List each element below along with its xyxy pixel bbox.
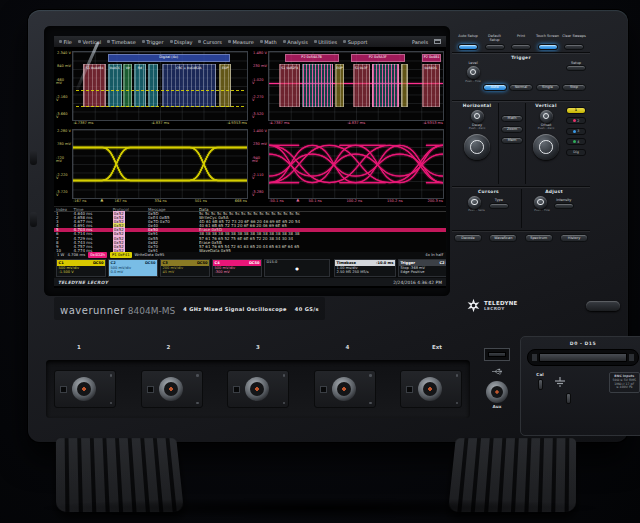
decode-segment: Rd [134,64,146,108]
menu-item-timebase[interactable]: Timebase [107,39,136,45]
channel-4-input[interactable] [314,370,376,408]
digital-input-panel: D0 - D15 Cal BNC [520,336,640,436]
wavescan-button[interactable]: WaveScan [489,234,517,242]
adjust-group: Adjust Push - Fine Intensity [521,189,586,228]
descriptor-c1[interactable]: C1DC50 500 mV/div-1.500 V [56,259,106,277]
cursors-group: Cursors Push - Sens Type [456,189,521,228]
channel-4-button[interactable]: 4 [566,138,586,145]
menu-item-vertical[interactable]: Vertical [78,39,101,45]
bus-decode-band: P2 0x5A3F [351,54,405,61]
descriptor-timebase[interactable]: Timebase-10.0 ms 1.00 ms/div2.50 MS 250 … [334,259,396,277]
intensity-button[interactable]: Intensity [554,198,574,209]
trigger-setup-button[interactable]: Setup [566,61,586,72]
math-button[interactable]: Math [501,115,523,122]
x-axis-labels: ▲ -50.1 ns50.1 ns100.2 ns150.2 ns200.3 n… [268,199,444,206]
vertical-offset-knob[interactable] [540,110,553,123]
decode-segment: 0x4C6 [108,64,122,108]
trigger-stop-button[interactable]: Stop [562,84,586,91]
menu-item-measure[interactable]: Measure [228,39,254,45]
adjust-knob[interactable] [534,196,547,209]
trigger-marker: ▲ [100,198,103,202]
descriptor-c4[interactable]: C4DC50 500 mV/div-300 mV [212,259,262,277]
decode-segment: 0xB4D1 [422,64,439,108]
menu-item-trigger[interactable]: Trigger [142,39,164,45]
grid-top-left[interactable]: 2.340 V840 mV-660 mV-2.160 V-3.660 V Dig… [56,51,248,128]
channel-2-input[interactable] [141,370,203,408]
vertical-group: Vertical Offset Push - Zero [526,103,566,184]
decode-segment [372,64,400,108]
menu-item-math[interactable]: Math [260,39,277,45]
ext-trigger-input[interactable] [400,370,462,408]
menu-item-file[interactable]: File [59,39,72,45]
decode-table[interactable]: IndexTimeProtocolMessageData 14.640 ms0x… [54,206,446,252]
history-button[interactable]: History [560,234,588,242]
menu-item-cursors[interactable]: Cursors [198,39,222,45]
teledyne-star-icon [466,298,481,313]
cal-output[interactable]: Cal [526,372,554,390]
bnc-input-strip [46,360,470,418]
digital-button[interactable]: Dig [566,149,586,156]
channel-3-input[interactable] [227,370,289,408]
auto-setup-button[interactable]: Auto Setup [456,34,480,50]
menu-icon [59,40,62,43]
volts-div-knob[interactable] [533,134,559,160]
grid-bottom-left[interactable]: 2.280 V780 mV-720 mV-2.220 V-3.720 V [56,129,248,206]
channel-1-button[interactable]: 1 [566,107,586,114]
front-control-panel: Auto Setup Default Setup Print Touch Scr… [452,32,590,292]
trigger-single-button[interactable]: Single [536,84,560,91]
channel-2-button[interactable]: 2 [566,117,586,124]
spectrum-button[interactable]: Spectrum [525,234,553,242]
ground-terminal[interactable] [554,372,582,404]
menu-panels-label[interactable]: Panels [412,39,428,45]
channel-1-input[interactable] [54,370,116,408]
menu-icon [260,40,263,43]
menu-item-support[interactable]: Support [343,39,367,45]
usb-icon [491,368,503,375]
zoom-button[interactable]: Zoom [501,126,523,133]
descriptor-digital[interactable]: D15:0 ● [264,259,330,277]
descriptor-trigger[interactable]: TriggerC2 DC Stop -368 mVEdge Positive [398,259,446,277]
bnc-connector[interactable] [245,377,269,401]
print-button[interactable]: Print [509,34,533,50]
grid-bottom-right[interactable]: 1.400 V230 mV-940 mV-2.110 V-3.280 V [252,129,444,206]
bus-decode-band: P2 0x54A7B [285,54,339,61]
mem-button[interactable]: Mem [501,137,523,144]
menu-item-analysis[interactable]: Analysis [283,39,308,45]
bnc-connector[interactable] [418,377,442,401]
side-button-lower[interactable] [30,212,37,227]
menu-item-utilities[interactable]: Utilities [314,39,337,45]
bnc-connector[interactable] [72,377,96,401]
grid-top-right[interactable]: 1.480 V230 mV-1.020 V-2.270 V-3.520 V P2… [252,51,444,128]
x-axis-labels: ▲ -167 ns167 ns334 ns501 ns668 ns [72,199,248,206]
timebase-knob[interactable] [464,134,490,160]
y-axis-labels: 2.280 V780 mV-720 mV-2.220 V-3.720 V [56,129,72,199]
power-button[interactable] [586,301,620,311]
usb-aux-column: Aux [480,348,514,409]
channel-3-button[interactable]: 3 [566,128,586,135]
usb-port[interactable] [484,348,510,361]
bnc-connector[interactable] [332,377,356,401]
d0-d15-connector[interactable] [527,349,639,366]
cursor-knob[interactable] [468,196,481,209]
trigger-normal-button[interactable]: Normal [509,84,533,91]
menu-item-display[interactable]: Display [170,39,193,45]
clear-sweeps-button[interactable]: Clear Sweeps [562,34,586,50]
bnc-connector[interactable] [159,377,183,401]
trigger-level-knob[interactable] [467,66,480,79]
trigger-auto-button[interactable]: Auto [483,84,507,91]
descriptor-c3[interactable]: C3DC50 200 mV/div45 mV [160,259,210,277]
decode-segment: Wr [123,64,132,108]
lcd-screen[interactable]: File Vertical Timebase Trigger Display C… [54,36,446,288]
horizontal-delay-knob[interactable] [471,110,484,123]
descriptor-c2-selected[interactable]: C2DC50 500 mV/div0.0 mV [108,259,158,277]
decode-segment: EOP [219,64,231,108]
menu-icon [314,40,317,43]
window-icon[interactable] [434,39,441,44]
default-setup-button[interactable]: Default Setup [483,34,507,50]
decode-button[interactable]: Decode [454,234,482,242]
aux-bnc-connector[interactable] [486,381,508,403]
cursor-type-button[interactable]: Type [489,198,509,209]
touch-screen-button[interactable]: Touch Screen [536,34,560,50]
side-button-upper[interactable] [30,150,37,165]
horizontal-vertical-section: Horizontal Delay Push - Zero Math Zoom M… [452,100,590,186]
